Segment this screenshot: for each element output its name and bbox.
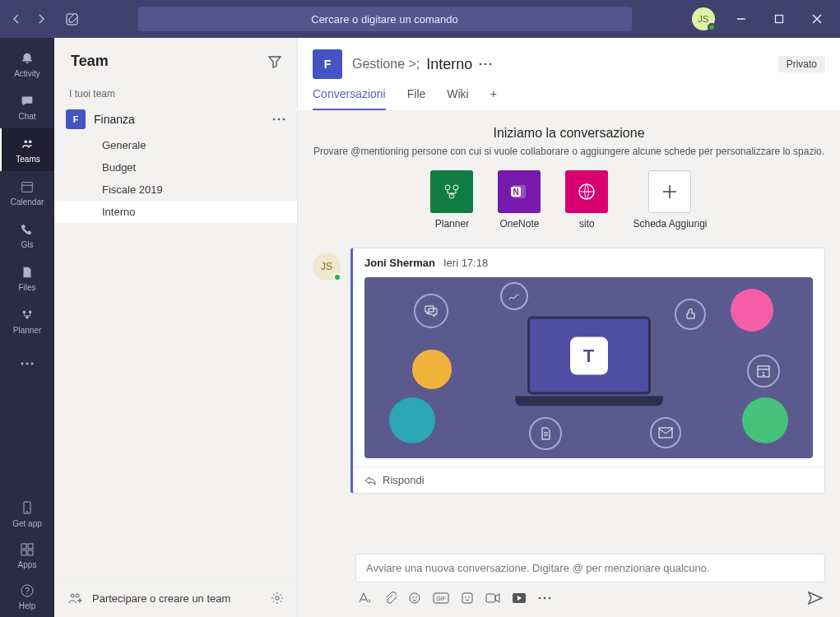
sticker-button[interactable] <box>461 591 474 605</box>
globe-icon <box>565 170 608 213</box>
more-icon <box>19 355 35 372</box>
svg-point-30 <box>445 185 450 190</box>
channel-tabs: Conversazioni File Wiki + <box>298 79 840 111</box>
onenote-tile-icon: N <box>498 170 541 213</box>
content-area: F Gestione >; Interno Privato Conversazi… <box>298 38 840 617</box>
breadcrumb-parent[interactable]: Gestione >; <box>352 57 420 72</box>
privacy-badge: Privato <box>778 56 825 72</box>
message-post: JS Joni Sherman Ieri 17:18 <box>313 248 825 494</box>
post-author-avatar[interactable]: JS <box>313 253 341 281</box>
add-tab-button[interactable]: + <box>490 87 497 110</box>
new-message-button[interactable] <box>61 7 84 30</box>
svg-point-31 <box>453 185 458 190</box>
team-tile: F <box>66 109 86 129</box>
svg-rect-5 <box>22 183 33 193</box>
tab-wiki[interactable]: Wiki <box>447 87 468 110</box>
svg-rect-49 <box>486 594 495 602</box>
rail-activity[interactable]: Activity <box>0 43 54 86</box>
window-close-button[interactable] <box>801 2 833 35</box>
manage-teams-gear-button[interactable] <box>271 591 284 605</box>
avatar-initials: JS <box>321 261 332 272</box>
rail-calls[interactable]: Gls <box>0 214 54 257</box>
app-rail: Activity Chat Teams Calendar Gls Files P… <box>0 38 54 617</box>
channel-generale[interactable]: Generale <box>54 134 297 156</box>
send-button[interactable] <box>807 591 824 605</box>
app-planner[interactable]: Planner <box>430 170 473 230</box>
app-label: Planner <box>435 218 469 230</box>
rail-teams[interactable]: Teams <box>0 128 54 171</box>
svg-point-41 <box>410 593 420 603</box>
window-minimize-button[interactable] <box>725 2 758 35</box>
svg-point-27 <box>480 63 482 66</box>
svg-rect-16 <box>28 544 33 549</box>
start-conversation-subtitle: Provare @mentioning persone con cui si v… <box>313 146 825 157</box>
download-icon <box>19 500 35 517</box>
more-compose-button[interactable] <box>538 596 551 600</box>
history-forward-button[interactable] <box>31 9 51 29</box>
svg-point-22 <box>278 118 281 121</box>
planner-icon <box>19 307 35 323</box>
current-user-avatar[interactable]: JS <box>692 7 715 30</box>
join-create-team-button[interactable]: Partecipare o creare un team <box>92 592 230 605</box>
reply-button[interactable]: Rispondi <box>353 466 824 493</box>
search-input[interactable]: Cercare o digitare un comando <box>138 7 632 31</box>
channel-more-button[interactable] <box>479 63 492 66</box>
post-author-name[interactable]: Joni Sherman <box>364 257 435 269</box>
svg-point-3 <box>25 141 28 144</box>
team-more-button[interactable] <box>272 118 285 121</box>
rail-planner[interactable]: Planner <box>0 299 54 342</box>
rail-label: Apps <box>18 560 37 569</box>
svg-rect-37 <box>659 428 672 438</box>
attach-button[interactable] <box>383 591 397 605</box>
rail-apps[interactable]: Apps <box>12 535 42 576</box>
emoji-button[interactable] <box>408 591 421 605</box>
app-add-tab[interactable]: Scheda Aggiungi <box>633 170 707 230</box>
svg-point-11 <box>26 363 29 365</box>
rail-calendar[interactable]: Calendar <box>0 171 54 214</box>
channel-fiscale-2019[interactable]: Fiscale 2019 <box>54 179 297 201</box>
gif-button[interactable]: GIF <box>433 592 449 604</box>
app-onenote[interactable]: N OneNote <box>498 170 541 230</box>
svg-rect-2 <box>776 16 783 23</box>
meet-now-button[interactable] <box>485 592 500 604</box>
avatar-initials: JS <box>698 14 709 24</box>
rail-label: Files <box>18 283 35 292</box>
rail-label: Help <box>19 601 36 610</box>
rail-more[interactable] <box>0 342 54 385</box>
filter-button[interactable] <box>267 54 282 69</box>
stream-button[interactable] <box>512 592 527 604</box>
file-icon <box>19 264 35 281</box>
planner-tile-icon <box>430 170 473 213</box>
svg-point-47 <box>465 596 466 598</box>
team-row-finanza[interactable]: F Finanza <box>54 104 297 134</box>
suggested-apps-row: Planner N OneNote sito Scheda Aggiungi <box>313 170 825 230</box>
apps-icon <box>19 541 35 558</box>
window-maximize-button[interactable] <box>763 2 796 35</box>
app-label: Scheda Aggiungi <box>633 218 707 230</box>
compose-input[interactable]: Avviare una nuova conversazione. Digitar… <box>355 554 825 582</box>
rail-label: Activity <box>14 69 40 78</box>
format-button[interactable] <box>357 591 372 605</box>
post-card[interactable]: Joni Sherman Ieri 17:18 1 <box>350 248 825 494</box>
rail-label: Get app <box>12 519 42 528</box>
channel-interno[interactable]: Interno <box>54 201 297 223</box>
rail-files[interactable]: Files <box>0 257 54 299</box>
app-site[interactable]: sito <box>565 170 608 230</box>
channel-budget[interactable]: Budget <box>54 156 297 179</box>
app-label: OneNote <box>499 218 539 230</box>
team-name: Finanza <box>94 113 264 126</box>
post-image[interactable]: 1 T <box>364 277 813 458</box>
reply-label: Rispondi <box>383 474 425 486</box>
channel-header: F Gestione >; Interno Privato <box>298 38 840 79</box>
rail-chat[interactable]: Chat <box>0 86 54 128</box>
svg-point-51 <box>539 597 541 600</box>
mail-icon <box>650 417 681 448</box>
help-icon: ? <box>19 582 35 599</box>
tab-files[interactable]: File <box>407 87 426 110</box>
history-back-button[interactable] <box>7 9 26 29</box>
tab-conversations[interactable]: Conversazioni <box>313 87 386 110</box>
svg-rect-15 <box>21 544 26 549</box>
rail-get-app[interactable]: Get app <box>12 494 42 535</box>
panel-title: Team <box>71 53 109 70</box>
rail-help[interactable]: ? Help <box>12 576 42 617</box>
